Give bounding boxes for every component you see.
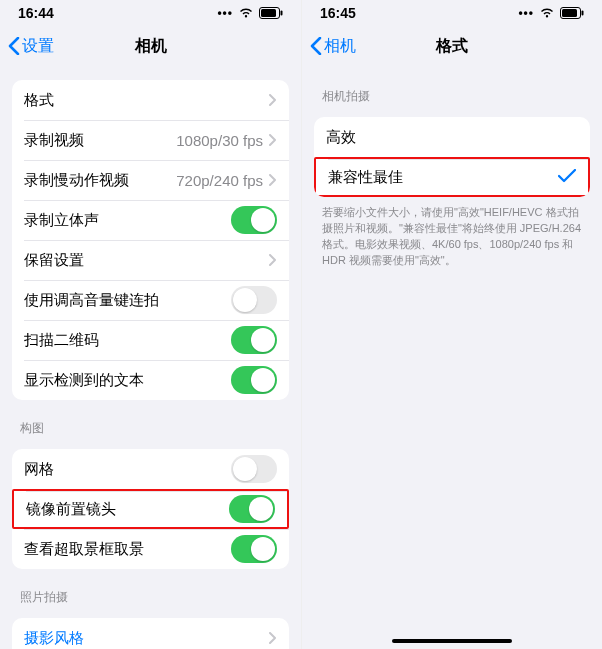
battery-icon [259, 7, 283, 19]
status-bar: 16:45 ••• [302, 0, 602, 24]
row-detail: 1080p/30 fps [176, 132, 263, 149]
row-label: 查看超取景框取景 [24, 540, 231, 559]
section-header-capture: 相机拍摄 [314, 68, 590, 111]
wifi-icon [238, 7, 254, 19]
settings-group-2: 网格镜像前置镜头查看超取景框取景 [12, 449, 289, 569]
status-right: ••• [518, 6, 584, 20]
section-header-composition: 构图 [12, 400, 289, 443]
cellular-icon: ••• [518, 6, 534, 20]
row-label: 摄影风格 [24, 629, 269, 648]
home-indicator[interactable] [392, 639, 512, 643]
chevron-right-icon [269, 134, 277, 146]
row-录制视频[interactable]: 录制视频1080p/30 fps [12, 120, 289, 160]
row-格式[interactable]: 格式 [12, 80, 289, 120]
phone-right: 16:45 ••• 相机 格式 相机拍摄 高效兼容性最佳 若要缩小文件大小，请使… [301, 0, 602, 649]
row-detail: 720p/240 fps [176, 172, 263, 189]
row-兼容性最佳[interactable]: 兼容性最佳 [314, 157, 590, 197]
chevron-right-icon [269, 632, 277, 644]
nav-bar: 设置 相机 [0, 24, 301, 68]
row-查看超取景框取景[interactable]: 查看超取景框取景 [12, 529, 289, 569]
row-镜像前置镜头[interactable]: 镜像前置镜头 [12, 489, 289, 529]
row-保留设置[interactable]: 保留设置 [12, 240, 289, 280]
toggle[interactable] [231, 206, 277, 234]
format-group: 高效兼容性最佳 [314, 117, 590, 197]
nav-bar: 相机 格式 [302, 24, 602, 68]
row-label: 网格 [24, 460, 231, 479]
chevron-right-icon [269, 174, 277, 186]
row-label: 录制视频 [24, 131, 176, 150]
row-label: 使用调高音量键连拍 [24, 291, 231, 310]
row-label: 镜像前置镜头 [26, 500, 229, 519]
row-label: 兼容性最佳 [328, 168, 558, 187]
row-扫描二维码[interactable]: 扫描二维码 [12, 320, 289, 360]
chevron-left-icon [8, 37, 20, 55]
row-高效[interactable]: 高效 [314, 117, 590, 157]
svg-rect-1 [261, 9, 276, 17]
back-label: 相机 [324, 36, 356, 57]
row-label: 扫描二维码 [24, 331, 231, 350]
wifi-icon [539, 7, 555, 19]
row-label: 高效 [326, 128, 578, 147]
phone-left: 16:44 ••• 设置 相机 格式录制视频1080p/30 fps录制慢动作视… [0, 0, 301, 649]
status-bar: 16:44 ••• [0, 0, 301, 24]
content: 格式录制视频1080p/30 fps录制慢动作视频720p/240 fps录制立… [0, 68, 301, 649]
chevron-right-icon [269, 94, 277, 106]
toggle[interactable] [231, 366, 277, 394]
settings-group-3: 摄影风格 [12, 618, 289, 649]
battery-icon [560, 7, 584, 19]
section-header-photo: 照片拍摄 [12, 569, 289, 612]
row-网格[interactable]: 网格 [12, 449, 289, 489]
row-label: 保留设置 [24, 251, 269, 270]
row-label: 显示检测到的文本 [24, 371, 231, 390]
svg-rect-5 [582, 11, 584, 16]
checkmark-icon [558, 169, 576, 186]
back-button[interactable]: 设置 [8, 36, 54, 57]
cellular-icon: ••• [217, 6, 233, 20]
row-label: 录制慢动作视频 [24, 171, 176, 190]
row-录制立体声[interactable]: 录制立体声 [12, 200, 289, 240]
content: 相机拍摄 高效兼容性最佳 若要缩小文件大小，请使用"高效"HEIF/HEVC 格… [302, 68, 602, 649]
footer-text: 若要缩小文件大小，请使用"高效"HEIF/HEVC 格式拍摄照片和视频。"兼容性… [314, 197, 590, 269]
back-button[interactable]: 相机 [310, 36, 356, 57]
toggle[interactable] [231, 326, 277, 354]
row-摄影风格[interactable]: 摄影风格 [12, 618, 289, 649]
settings-group-1: 格式录制视频1080p/30 fps录制慢动作视频720p/240 fps录制立… [12, 80, 289, 400]
toggle[interactable] [231, 286, 277, 314]
row-label: 格式 [24, 91, 269, 110]
row-label: 录制立体声 [24, 211, 231, 230]
svg-rect-2 [281, 11, 283, 16]
row-使用调高音量键连拍[interactable]: 使用调高音量键连拍 [12, 280, 289, 320]
toggle[interactable] [231, 455, 277, 483]
toggle[interactable] [229, 495, 275, 523]
status-time: 16:45 [320, 5, 356, 21]
row-显示检测到的文本[interactable]: 显示检测到的文本 [12, 360, 289, 400]
status-right: ••• [217, 6, 283, 20]
toggle[interactable] [231, 535, 277, 563]
status-time: 16:44 [18, 5, 54, 21]
chevron-right-icon [269, 254, 277, 266]
svg-rect-4 [562, 9, 577, 17]
chevron-left-icon [310, 37, 322, 55]
back-label: 设置 [22, 36, 54, 57]
row-录制慢动作视频[interactable]: 录制慢动作视频720p/240 fps [12, 160, 289, 200]
